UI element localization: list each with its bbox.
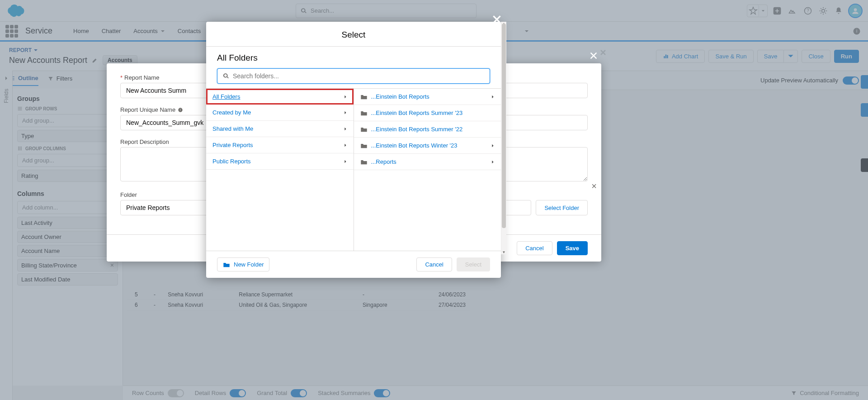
folder-search-input[interactable] (217, 68, 490, 84)
folder-categories-column: All Folders Created by Me Shared with Me… (206, 89, 354, 251)
svg-text:i: i (180, 108, 180, 111)
folder-item[interactable]: ...Einstein Bot Reports Winter '23 (354, 138, 501, 154)
close-icon (589, 51, 599, 61)
folder-item[interactable]: ...Reports (354, 154, 501, 170)
folder-category-shared[interactable]: Shared with Me (206, 121, 354, 137)
chevron-right-icon (491, 144, 495, 148)
folder-icon (360, 110, 368, 116)
chevron-right-icon (344, 127, 347, 131)
select-modal-subtitle: All Folders (217, 53, 490, 63)
chevron-right-icon (491, 160, 495, 164)
chevron-right-icon (344, 160, 347, 163)
chevron-right-icon (344, 111, 347, 114)
select-modal-title: Select (217, 30, 490, 40)
folder-icon (360, 159, 368, 165)
scrollbar[interactable]: ▲▼ (501, 22, 506, 254)
unique-name-label: Report Unique Name (120, 106, 175, 113)
search-icon (223, 73, 229, 79)
chevron-right-icon (344, 143, 347, 147)
folder-category-created[interactable]: Created by Me (206, 105, 354, 121)
folder-icon (360, 126, 368, 133)
remove-column[interactable]: × (591, 181, 597, 191)
report-name-label: Report Name (124, 74, 159, 81)
folder-list-column: ...Einstein Bot Reports ...Einstein Bot … (354, 89, 501, 251)
folder-item[interactable]: ...Einstein Bot Reports (354, 89, 501, 105)
select-cancel-button[interactable]: Cancel (416, 257, 452, 271)
folder-icon (360, 94, 368, 100)
chevron-right-icon (491, 95, 495, 99)
folder-icon (360, 143, 368, 149)
folder-category-all[interactable]: All Folders (206, 89, 354, 105)
save-modal-cancel-button[interactable]: Cancel (517, 241, 552, 255)
folder-item[interactable]: ...Einstein Bot Reports Summer '23 (354, 105, 501, 121)
new-folder-button[interactable]: New Folder (217, 257, 269, 271)
select-folder-button[interactable]: Select Folder (536, 200, 588, 215)
folder-category-public[interactable]: Public Reports (206, 153, 354, 170)
select-folder-modal: ▲▼ Select All Folders All Folders Create… (206, 22, 501, 278)
save-modal-save-button[interactable]: Save (557, 241, 588, 255)
select-confirm-button[interactable]: Select (457, 257, 490, 271)
folder-item[interactable]: ...Einstein Bot Reports Summer '22 (354, 121, 501, 138)
folder-category-private[interactable]: Private Reports (206, 137, 354, 153)
folder-icon (223, 262, 230, 268)
info-icon: i (177, 107, 184, 113)
close-save-modal[interactable] (589, 51, 599, 62)
chevron-right-icon (344, 95, 347, 99)
